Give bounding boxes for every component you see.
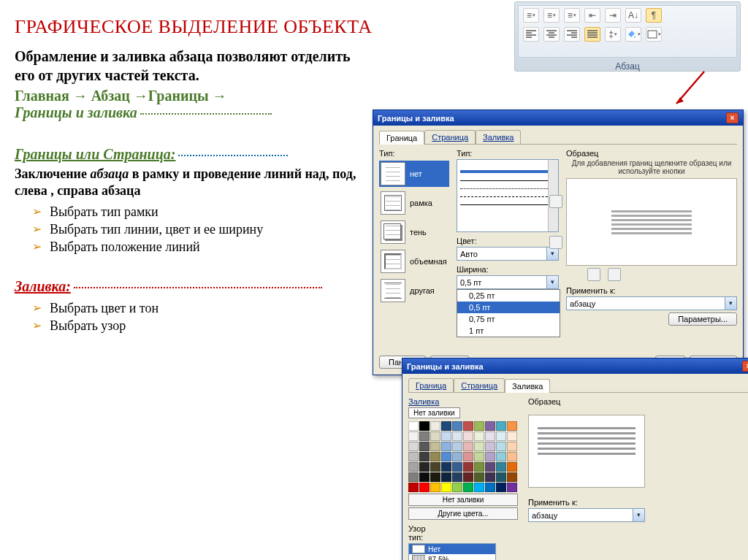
color-swatch[interactable] <box>452 452 462 461</box>
color-swatch[interactable] <box>419 431 430 441</box>
border-type-custom[interactable]: другая <box>379 277 449 304</box>
apply-to-combo[interactable]: абзацу▾ <box>566 296 737 310</box>
color-swatch[interactable] <box>408 421 419 431</box>
close-button[interactable]: × <box>726 112 739 123</box>
parameters-button[interactable]: Параметры... <box>668 312 737 326</box>
color-swatch[interactable] <box>441 472 451 482</box>
color-swatch[interactable] <box>452 421 462 431</box>
pattern-option[interactable]: 87,5% <box>409 554 495 560</box>
tab-border[interactable]: Граница <box>379 131 424 145</box>
align-center-button[interactable] <box>543 27 560 42</box>
color-swatch[interactable] <box>463 472 473 482</box>
color-swatch[interactable] <box>452 442 462 451</box>
color-swatch[interactable] <box>463 452 473 461</box>
line-spacing-button[interactable]: ‡▾ <box>605 27 621 42</box>
tab-fill[interactable]: Заливка <box>505 379 550 393</box>
color-swatch[interactable] <box>474 452 484 461</box>
pattern-option[interactable]: Нет <box>409 544 495 554</box>
color-swatch[interactable] <box>430 421 440 431</box>
color-swatch[interactable] <box>496 431 506 441</box>
color-swatch[interactable] <box>419 462 430 472</box>
color-swatch[interactable] <box>452 483 462 492</box>
right-border-button[interactable] <box>608 268 621 281</box>
color-swatch[interactable] <box>441 442 451 451</box>
color-swatch[interactable] <box>408 483 419 492</box>
color-swatch[interactable] <box>408 452 419 461</box>
tab-page[interactable]: Страница <box>424 130 476 144</box>
color-swatch[interactable] <box>507 442 517 451</box>
color-swatch[interactable] <box>507 483 517 492</box>
borders-button[interactable]: ▾ <box>646 27 662 42</box>
sort-button[interactable]: A↓ <box>625 8 641 23</box>
color-swatch[interactable] <box>485 483 495 492</box>
color-swatch[interactable] <box>507 472 517 482</box>
dropdown-icon[interactable]: ▾ <box>546 248 558 260</box>
color-swatch[interactable] <box>408 431 419 441</box>
color-swatch[interactable] <box>441 421 451 431</box>
color-swatch[interactable] <box>507 452 517 461</box>
color-swatch[interactable] <box>474 442 484 451</box>
indent-inc-button[interactable]: ⇥ <box>605 8 621 23</box>
color-swatch[interactable] <box>485 452 495 461</box>
color-swatch[interactable] <box>419 472 430 482</box>
color-swatch[interactable] <box>507 431 517 441</box>
width-option[interactable]: 0,75 пт <box>457 313 560 325</box>
color-swatch[interactable] <box>419 421 430 431</box>
color-swatch[interactable] <box>430 452 440 461</box>
color-swatch[interactable] <box>441 483 451 492</box>
color-swatch[interactable] <box>452 472 462 482</box>
color-swatch[interactable] <box>419 442 430 451</box>
color-swatch[interactable] <box>430 431 440 441</box>
color-swatch[interactable] <box>474 472 484 482</box>
shading-button[interactable]: ▾ <box>625 27 641 42</box>
numbering-button[interactable]: ≡▾ <box>543 8 560 23</box>
color-swatch[interactable] <box>419 483 430 492</box>
width-option[interactable]: 0,25 пт <box>457 290 560 302</box>
color-swatch[interactable] <box>496 442 506 451</box>
color-swatch[interactable] <box>463 442 473 451</box>
color-swatch[interactable] <box>430 483 440 492</box>
dropdown-icon[interactable]: ▾ <box>633 509 644 521</box>
align-left-button[interactable] <box>523 27 539 42</box>
multilevel-button[interactable]: ≡▾ <box>564 8 580 23</box>
color-swatch[interactable] <box>463 421 473 431</box>
color-swatch[interactable] <box>474 431 484 441</box>
width-option[interactable]: 1 пт <box>457 325 560 337</box>
color-swatch[interactable] <box>507 462 517 472</box>
color-swatch[interactable] <box>485 421 495 431</box>
color-swatch[interactable] <box>507 421 517 431</box>
color-swatch[interactable] <box>430 462 440 472</box>
color-combo[interactable]: Авто▾ <box>457 247 559 261</box>
border-type-threeD[interactable]: объемная <box>379 248 449 275</box>
color-swatch[interactable] <box>408 472 419 482</box>
color-swatch[interactable] <box>463 483 473 492</box>
left-border-button[interactable] <box>587 268 600 281</box>
color-swatch[interactable] <box>496 452 506 461</box>
apply-to-combo[interactable]: абзацу▾ <box>528 508 645 522</box>
dropdown-icon[interactable]: ▾ <box>725 297 736 310</box>
color-swatch[interactable] <box>408 462 419 472</box>
more-colors-button[interactable]: Другие цвета... <box>408 507 518 520</box>
color-swatch[interactable] <box>496 421 506 431</box>
color-swatch[interactable] <box>408 442 419 451</box>
align-justify-button[interactable] <box>584 27 600 42</box>
dialog-titlebar[interactable]: Границы и заливка × <box>373 110 743 126</box>
show-marks-button[interactable]: ¶ <box>646 8 662 23</box>
color-swatch[interactable] <box>496 462 506 472</box>
preview-box[interactable] <box>566 178 737 266</box>
dialog-titlebar[interactable]: Границы и заливка × <box>402 358 748 374</box>
color-swatch[interactable] <box>474 483 484 492</box>
color-swatch[interactable] <box>485 442 495 451</box>
no-fill-button[interactable]: Нет заливки <box>408 494 518 506</box>
close-button[interactable]: × <box>742 361 748 372</box>
bottom-border-button[interactable] <box>549 236 562 249</box>
color-swatch[interactable] <box>496 472 506 482</box>
bullets-button[interactable]: ≡▾ <box>523 8 539 23</box>
top-border-button[interactable] <box>549 195 562 208</box>
color-swatch[interactable] <box>485 431 495 441</box>
border-type-shadow[interactable]: тень <box>379 219 449 245</box>
width-option[interactable]: 0,5 пт <box>457 302 560 313</box>
align-right-button[interactable] <box>564 27 580 42</box>
border-type-none[interactable]: нет <box>379 161 449 187</box>
tab-page[interactable]: Страница <box>454 378 505 392</box>
